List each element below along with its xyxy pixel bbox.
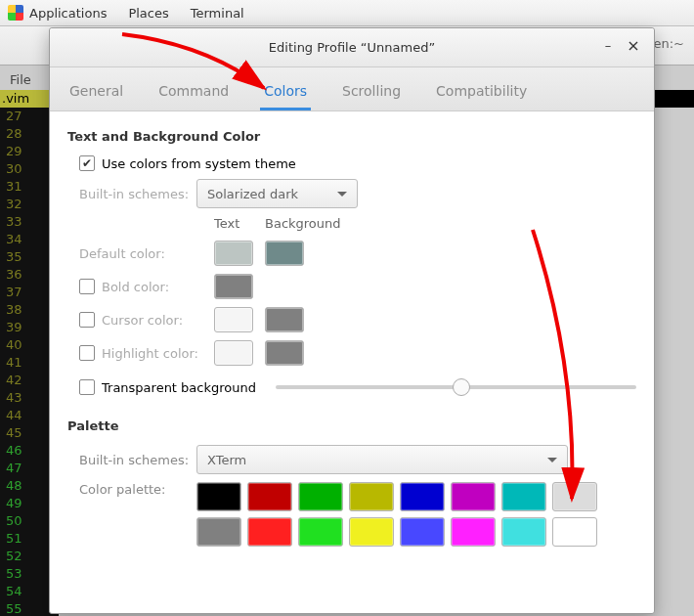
- palette-swatch-2[interactable]: [298, 482, 343, 511]
- checkbox-highlight-color[interactable]: [79, 345, 95, 361]
- palette-swatch-9[interactable]: [247, 517, 292, 547]
- palette-swatch-7[interactable]: [552, 482, 597, 511]
- tab-colors[interactable]: Colors: [260, 73, 311, 110]
- menu-places[interactable]: Places: [128, 6, 168, 21]
- dialog-title: Editing Profile “Unnamed”: [269, 40, 435, 55]
- activities-icon: [8, 5, 23, 21]
- label-highlight-color: Highlight color:: [102, 346, 214, 361]
- label-default-color: Default color:: [79, 246, 214, 261]
- palette-swatch-14[interactable]: [501, 517, 546, 547]
- row-column-headers: Text Background: [214, 216, 636, 237]
- combo-palette-schemes[interactable]: XTerm: [196, 445, 568, 474]
- combo-builtin-schemes[interactable]: Solarized dark: [196, 179, 358, 208]
- swatch-cursor-bg[interactable]: [265, 307, 304, 332]
- label-use-system-theme: Use colors from system theme: [102, 156, 296, 171]
- desktop-menubar: Applications Places Terminal: [0, 0, 694, 26]
- section-palette: Palette: [67, 418, 636, 433]
- palette-swatch-4[interactable]: [400, 482, 445, 511]
- palette-swatch-1[interactable]: [247, 482, 292, 511]
- swatch-default-bg[interactable]: [265, 241, 304, 266]
- palette-swatch-8[interactable]: [196, 517, 241, 547]
- tab-compatibility[interactable]: Compatibility: [432, 73, 531, 110]
- combo-palette-schemes-value: XTerm: [207, 453, 246, 467]
- row-transparent-bg: Transparent background: [79, 379, 636, 395]
- row-cursor-color: Cursor color:: [79, 307, 636, 332]
- slider-transparency[interactable]: [276, 385, 636, 389]
- swatch-bold-text[interactable]: [214, 274, 253, 299]
- palette-swatch-3[interactable]: [349, 482, 394, 511]
- row-use-system-theme[interactable]: Use colors from system theme: [79, 155, 636, 171]
- label-builtin-schemes: Built-in schemes:: [79, 187, 196, 201]
- header-background-column: Background: [265, 216, 316, 231]
- minimize-button[interactable]: –: [601, 40, 615, 54]
- checkbox-bold-color[interactable]: [79, 279, 95, 294]
- label-bold-color: Bold color:: [102, 280, 214, 294]
- label-color-palette: Color palette:: [79, 482, 196, 497]
- checkbox-use-system-theme[interactable]: [79, 155, 95, 171]
- dialog-tabs: General Command Colors Scrolling Compati…: [50, 67, 654, 111]
- label-transparent-bg: Transparent background: [102, 380, 256, 395]
- dialog-titlebar[interactable]: Editing Profile “Unnamed” – ×: [50, 28, 654, 67]
- palette-swatch-13[interactable]: [451, 517, 496, 547]
- terminal-menu-file[interactable]: File: [10, 72, 31, 87]
- swatch-cursor-text[interactable]: [214, 307, 253, 332]
- palette-swatch-15[interactable]: [552, 517, 597, 547]
- palette-swatch-0[interactable]: [196, 482, 241, 511]
- label-palette-schemes: Built-in schemes:: [79, 453, 196, 467]
- slider-thumb[interactable]: [453, 378, 470, 396]
- checkbox-cursor-color[interactable]: [79, 312, 95, 328]
- combo-builtin-schemes-value: Solarized dark: [207, 187, 298, 201]
- tab-colors-content: Text and Background Color Use colors fro…: [50, 111, 654, 613]
- header-text-column: Text: [214, 216, 265, 231]
- palette-swatch-6[interactable]: [501, 482, 546, 511]
- profile-editor-dialog: Editing Profile “Unnamed” – × General Co…: [49, 27, 655, 614]
- palette-swatch-11[interactable]: [349, 517, 394, 547]
- checkbox-transparent-bg[interactable]: [79, 379, 95, 395]
- section-text-and-background: Text and Background Color: [67, 129, 636, 144]
- palette-swatch-5[interactable]: [451, 482, 496, 511]
- label-cursor-color: Cursor color:: [102, 313, 214, 328]
- swatch-default-text[interactable]: [214, 241, 253, 266]
- palette-grid: [196, 482, 597, 547]
- tab-scrolling[interactable]: Scrolling: [338, 73, 405, 110]
- palette-swatch-10[interactable]: [298, 517, 343, 547]
- menu-applications[interactable]: Applications: [29, 6, 107, 21]
- menu-terminal[interactable]: Terminal: [191, 6, 244, 21]
- palette-swatch-12[interactable]: [400, 517, 445, 547]
- row-color-palette: Color palette:: [79, 482, 636, 547]
- row-builtin-schemes: Built-in schemes: Solarized dark: [79, 179, 636, 208]
- row-default-color: Default color:: [79, 241, 636, 266]
- tab-command[interactable]: Command: [154, 73, 233, 110]
- row-highlight-color: Highlight color:: [79, 340, 636, 366]
- row-palette-schemes: Built-in schemes: XTerm: [79, 445, 636, 474]
- tab-general[interactable]: General: [65, 73, 127, 110]
- row-bold-color: Bold color:: [79, 274, 636, 299]
- terminal-window-title: en:~: [653, 36, 684, 51]
- close-button[interactable]: ×: [627, 40, 640, 54]
- swatch-highlight-bg[interactable]: [265, 340, 304, 366]
- swatch-highlight-text[interactable]: [214, 340, 253, 366]
